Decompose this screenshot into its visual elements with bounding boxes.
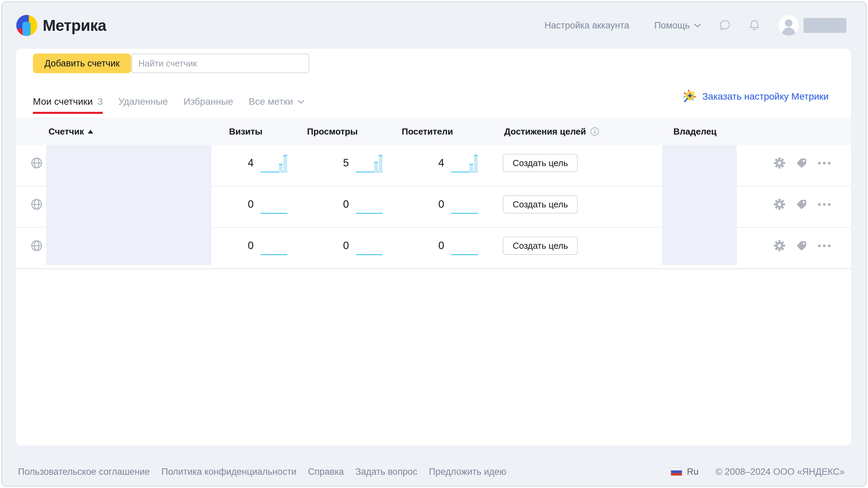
notifications-bell-icon[interactable] [749, 19, 760, 32]
column-visits: Визиты [229, 126, 288, 137]
counters-panel: Добавить счетчик Мои счетчики 3 Удаленны… [16, 49, 851, 446]
tab-label: Мои счетчики [33, 96, 93, 107]
row-actions [737, 199, 851, 215]
chat-bubble-icon[interactable] [719, 19, 731, 32]
logo-wordmark: Метрика [43, 16, 106, 35]
footer-link-terms[interactable]: Пользовательское соглашение [18, 467, 150, 477]
order-setup-label: Заказать настройку Метрики [702, 91, 829, 102]
settings-gear-icon[interactable] [774, 157, 785, 169]
column-owner: Владелец [653, 126, 737, 137]
column-goals-label: Достижения целей [504, 126, 586, 137]
magic-wand-icon [682, 89, 697, 104]
goals-cell: Создать цель [478, 195, 653, 218]
column-goals: Достижения целей [478, 126, 653, 137]
globe-icon [16, 240, 46, 257]
visitors-value: 0 [438, 240, 444, 252]
column-visitors: Посетители [402, 126, 478, 137]
column-counter[interactable]: Счетчик [46, 126, 211, 137]
chevron-down-icon [298, 100, 304, 104]
owner-names-redacted [662, 145, 737, 265]
tab-deleted[interactable]: Удаленные [118, 85, 168, 118]
settings-gear-icon[interactable] [774, 240, 785, 251]
globe-icon [16, 198, 46, 215]
create-goal-button[interactable]: Создать цель [503, 154, 578, 172]
tag-label-icon[interactable] [796, 199, 807, 210]
tab-count-badge: 3 [98, 96, 103, 107]
sort-ascending-icon [88, 130, 93, 134]
metrika-logo-icon [16, 15, 37, 36]
visitors-value: 0 [438, 198, 444, 210]
tag-label-icon[interactable] [796, 240, 807, 251]
views-value: 0 [343, 198, 349, 210]
goals-cell: Создать цель [478, 154, 653, 177]
footer: Пользовательское соглашение Политика кон… [18, 462, 845, 481]
help-menu[interactable]: Помощь [654, 20, 701, 31]
tab-label: Удаленные [118, 96, 168, 107]
views-cell: 0 [288, 195, 383, 219]
column-counter-label: Счетчик [48, 126, 84, 137]
account-settings-link[interactable]: Настройка аккаунта [545, 20, 629, 31]
goals-cell: Создать цель [478, 237, 653, 260]
help-label: Помощь [654, 20, 690, 31]
info-icon[interactable] [590, 127, 599, 136]
counter-names-redacted[interactable] [46, 145, 211, 265]
visits-sparkline [260, 236, 288, 256]
views-cell: 0 [288, 236, 383, 260]
add-counter-button[interactable]: Добавить счетчик [33, 54, 131, 73]
tab-my-counters[interactable]: Мои счетчики 3 [33, 85, 103, 118]
views-sparkline [356, 236, 383, 256]
footer-links: Пользовательское соглашение Политика кон… [18, 467, 506, 477]
chevron-down-icon [694, 23, 701, 27]
russian-flag-icon [671, 468, 682, 476]
search-counter-input[interactable] [132, 54, 309, 73]
more-actions-icon[interactable] [818, 244, 831, 247]
footer-link-ask-question[interactable]: Задать вопрос [355, 467, 417, 477]
create-goal-button[interactable]: Создать цель [503, 195, 578, 214]
row-actions [737, 240, 851, 256]
all-tags-dropdown[interactable]: Все метки [249, 85, 305, 118]
visits-sparkline [260, 195, 288, 214]
visits-value: 4 [248, 157, 254, 169]
copyright-text: © 2008–2024 ООО «ЯНДЕКС» [715, 467, 845, 477]
create-goal-button[interactable]: Создать цель [503, 237, 578, 255]
row-actions [737, 157, 851, 174]
visitors-cell: 0 [383, 195, 478, 219]
metrika-logo[interactable]: Метрика [16, 15, 106, 36]
username-redacted [804, 18, 846, 33]
visits-value: 0 [248, 240, 254, 252]
footer-link-suggest-idea[interactable]: Предложить идею [429, 467, 507, 477]
language-selector[interactable]: Ru [687, 467, 699, 477]
visits-sparkline [260, 153, 288, 173]
table-header: Счетчик Визиты Просмотры Посетители Дост… [16, 118, 851, 145]
views-value: 5 [343, 157, 349, 169]
globe-icon [16, 157, 46, 174]
app-window: Метрика Настройка аккаунта Помощь [1, 1, 867, 487]
tab-label: Избранные [183, 96, 233, 107]
footer-right: Ru © 2008–2024 ООО «ЯНДЕКС» [671, 467, 845, 477]
footer-link-help[interactable]: Справка [308, 467, 344, 477]
views-cell: 5 [288, 153, 383, 178]
all-tags-label: Все метки [249, 96, 293, 107]
more-actions-icon[interactable] [818, 203, 831, 206]
more-actions-icon[interactable] [818, 162, 831, 165]
user-avatar[interactable] [778, 15, 799, 36]
top-navigation: Настройка аккаунта Помощь [545, 15, 846, 36]
column-views: Просмотры [307, 126, 383, 137]
visitors-sparkline [451, 236, 478, 256]
tab-favorites[interactable]: Избранные [183, 85, 233, 118]
visitors-value: 4 [438, 157, 444, 169]
footer-link-privacy[interactable]: Политика конфиденциальности [161, 467, 296, 477]
visits-cell: 4 [211, 153, 288, 178]
order-metrika-setup-link[interactable]: Заказать настройку Метрики [682, 89, 829, 104]
visits-value: 0 [248, 198, 254, 210]
views-value: 0 [343, 240, 349, 252]
views-sparkline [356, 195, 383, 214]
tag-label-icon[interactable] [796, 158, 807, 168]
settings-gear-icon[interactable] [774, 199, 785, 210]
visitors-cell: 4 [383, 153, 478, 178]
visitors-cell: 0 [383, 236, 478, 260]
tabs-bar: Мои счетчики 3 Удаленные Избранные Все м… [33, 85, 320, 118]
table-body: 4 5 4 Создать цель [16, 145, 851, 269]
top-bar: Метрика Настройка аккаунта Помощь [2, 2, 866, 49]
visits-cell: 0 [211, 236, 288, 260]
